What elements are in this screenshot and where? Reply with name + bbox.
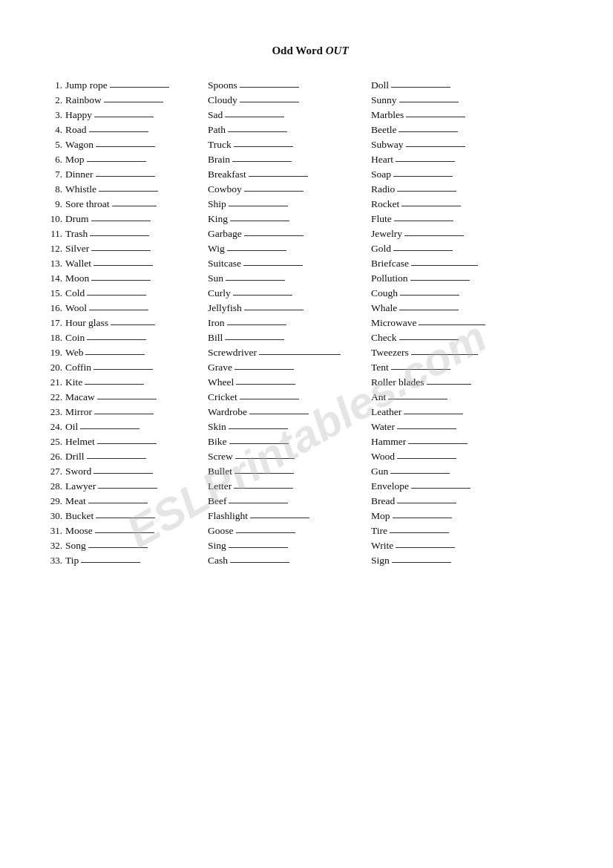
list-item: 22.Macaw [45,390,208,405]
answer-line [411,265,478,266]
word-col1: Web [65,347,83,359]
word-col1: Bucket [65,510,94,522]
list-item: Curly [208,286,371,301]
list-item: 9.Sore throat [45,197,208,212]
answer-line [226,280,285,281]
row-number: 10. [45,213,65,225]
word-col2: Suitcase [208,258,241,270]
answer-line [98,488,157,489]
row-number: 21. [45,376,65,388]
word-col3: Write [371,540,393,552]
answer-line [234,488,293,489]
word-col3: Gold [371,243,391,255]
answer-line [243,265,303,266]
list-item: Wood [371,449,519,464]
answer-line [229,206,288,206]
word-col3: Wood [371,451,395,463]
word-col3: Tweezers [371,347,409,359]
list-item: Spoons [208,78,371,93]
word-col1: Sore throat [65,198,110,210]
word-col1: Moose [65,525,93,537]
list-item: Bullet [208,464,371,479]
list-item: Cowboy [208,182,371,197]
list-item: Cough [371,286,519,301]
list-item: King [208,212,371,226]
answer-line [96,146,155,147]
answer-line [391,369,450,370]
list-item: Screw [208,449,371,464]
word-col3: Sunny [371,94,397,106]
word-col2: Sun [208,273,223,284]
answer-line [393,176,453,177]
answer-line [235,458,295,459]
word-col2: Bullet [208,466,232,477]
row-number: 1. [45,79,65,91]
word-col2: Beef [208,495,226,507]
answer-line [396,161,455,162]
answer-line [390,532,449,533]
answer-line [228,131,287,132]
word-col2: Ship [208,198,226,210]
answer-line [399,339,459,340]
word-col2: Flashlight [208,510,248,522]
list-item: Jewelry [371,226,519,241]
list-item: Briefcase [371,256,519,271]
answer-line [94,414,154,414]
row-number: 32. [45,540,65,552]
row-number: 17. [45,317,65,329]
list-item: Pollution [371,271,519,286]
word-col3: Flute [371,213,392,225]
list-item: 27.Sword [45,464,208,479]
word-col2: Breakfast [208,169,246,180]
answer-line [240,87,299,88]
list-item: Water [371,420,519,434]
row-number: 13. [45,258,65,270]
list-item: 25.Helmet [45,434,208,449]
word-col2: Screwdriver [208,347,257,359]
word-col3: Leather [371,406,401,418]
answer-line [99,191,158,192]
list-item: 2.Rainbow [45,93,208,108]
list-item: 18.Coin [45,330,208,345]
answer-line [91,280,151,281]
list-item: Tire [371,523,519,538]
list-item: Skin [208,420,371,434]
word-col1: Hour glass [65,317,108,329]
row-number: 23. [45,406,65,418]
list-item: Jellyfish [208,301,371,316]
answer-line [393,518,452,518]
list-item: 1.Jump rope [45,78,208,93]
list-item: 7.Dinner [45,167,208,182]
answer-line [249,176,308,177]
list-item: Tent [371,360,519,375]
list-item: 16.Wool [45,301,208,316]
answer-line [236,532,295,533]
list-item: Grave [208,360,371,375]
list-item: Whale [371,301,519,316]
list-item: Wheel [208,375,371,390]
answer-line [401,206,461,206]
row-number: 29. [45,495,65,507]
answer-line [94,265,153,266]
list-item: 14.Moon [45,271,208,286]
word-col1: Road [65,124,87,136]
list-item: 17.Hour glass [45,316,208,330]
word-col2: Path [208,124,226,136]
answer-line [230,221,289,221]
answer-line [240,399,299,399]
answer-line [390,473,450,474]
word-col3: Gun [371,466,388,477]
word-col1: Coin [65,332,85,344]
answer-line [399,310,459,310]
answer-line [89,310,148,310]
list-item: 30.Bucket [45,509,208,523]
row-number: 11. [45,228,65,240]
list-item: Wig [208,241,371,256]
answer-line [95,532,154,533]
list-item: Bill [208,330,371,345]
answer-line [225,117,284,117]
list-item: Roller blades [371,375,519,390]
list-item: Goose [208,523,371,538]
list-item: 24.Oil [45,420,208,434]
answer-line [94,369,153,370]
